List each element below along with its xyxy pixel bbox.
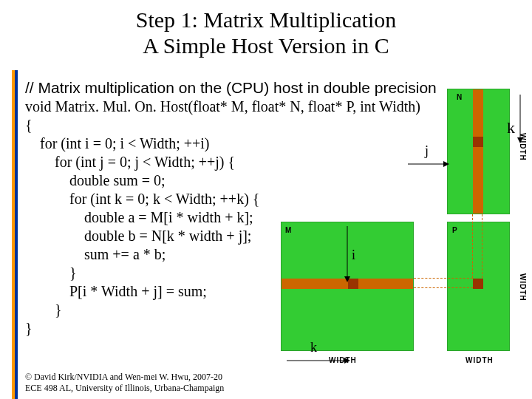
- guide-n-to-p: [472, 214, 482, 278]
- svg-marker-5: [344, 276, 350, 282]
- svg-marker-1: [443, 161, 449, 167]
- accent-bar: [12, 70, 18, 399]
- label-N: N: [457, 93, 462, 101]
- footer: © David Kirk/NVIDIA and Wen-mei W. Hwu, …: [25, 372, 224, 393]
- n-column-stripe: [473, 89, 483, 214]
- width-P-right: WIDTH: [519, 273, 527, 301]
- width-P-bottom: WIDTH: [466, 356, 494, 364]
- matrix-diagram: N M P j k i k WIDTH WIDTH WIDTH: [281, 81, 532, 392]
- guide-m-to-p: [414, 278, 473, 288]
- footer-line-1: © David Kirk/NVIDIA and Wen-mei W. Hwu, …: [25, 372, 224, 382]
- matrix-N: [447, 89, 510, 214]
- width-N-right: WIDTH: [519, 133, 527, 161]
- title-line-2: A Simple Host Version in C: [0, 33, 532, 59]
- label-j: j: [425, 143, 429, 159]
- slide: Step 1: Matrix Multiplication A Simple H…: [0, 0, 532, 399]
- width-M-bottom: WIDTH: [329, 356, 357, 364]
- label-P: P: [452, 226, 457, 234]
- footer-line-2: ECE 498 AL, University of Illinois, Urba…: [25, 383, 224, 393]
- title-line-1: Step 1: Matrix Multiplication: [0, 7, 532, 33]
- label-M: M: [285, 226, 291, 234]
- label-i: i: [352, 248, 355, 263]
- p-result-cell: [473, 279, 483, 289]
- arrow-j: [406, 157, 451, 171]
- n-active-cell: [473, 137, 483, 147]
- label-k-top: k: [507, 118, 515, 137]
- label-k-bot: k: [310, 340, 317, 355]
- slide-title: Step 1: Matrix Multiplication A Simple H…: [0, 0, 532, 58]
